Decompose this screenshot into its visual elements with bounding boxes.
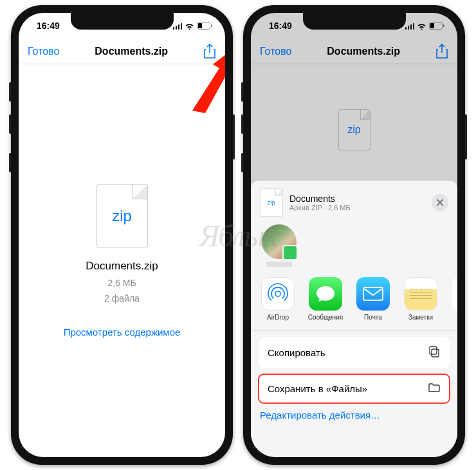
file-size: 2,6 МБ bbox=[107, 278, 136, 288]
close-button[interactable] bbox=[432, 194, 448, 211]
svg-rect-1 bbox=[198, 23, 202, 28]
view-contents-link[interactable]: Просмотреть содержимое bbox=[64, 327, 181, 338]
contact-avatar bbox=[262, 224, 297, 259]
share-actions: Скопировать Сохранить в «Файлы» bbox=[251, 330, 457, 403]
messages-icon bbox=[309, 277, 342, 311]
notch bbox=[303, 13, 406, 30]
notes-icon bbox=[404, 277, 437, 311]
share-button[interactable] bbox=[203, 44, 216, 59]
app-mail[interactable]: Почта bbox=[355, 277, 391, 321]
app-partial-icon bbox=[452, 277, 457, 311]
app-airdrop[interactable]: AirDrop bbox=[260, 277, 296, 321]
action-label: Сохранить в «Файлы» bbox=[268, 383, 367, 394]
status-time: 16:49 bbox=[37, 21, 60, 31]
cellular-icon bbox=[173, 23, 183, 30]
folder-icon bbox=[428, 383, 441, 395]
done-button[interactable]: Готово bbox=[28, 46, 59, 57]
share-sheet: zip Documents Архив ZIP · 2,6 МБ bbox=[251, 181, 457, 457]
share-file-title: Documents bbox=[289, 194, 425, 204]
share-file-subtitle: Архив ZIP · 2,6 МБ bbox=[289, 204, 425, 212]
file-preview: zip Documents.zip 2,6 МБ 2 файла Просмот… bbox=[19, 64, 225, 457]
app-label: AirDrop bbox=[267, 314, 289, 321]
airdrop-icon bbox=[261, 277, 295, 311]
share-contacts-row bbox=[251, 224, 457, 269]
app-more[interactable]: Te bbox=[450, 277, 457, 321]
share-contact[interactable] bbox=[260, 224, 298, 267]
app-label: Почта bbox=[364, 314, 382, 321]
svg-point-7 bbox=[275, 291, 280, 296]
app-messages[interactable]: Сообщения bbox=[307, 277, 343, 321]
battery-icon bbox=[197, 22, 212, 30]
file-icon: zip bbox=[96, 184, 148, 248]
phone-right: 16:49 Готово Documents.zip bbox=[243, 5, 465, 465]
phone-left: 16:49 Готово Documents.zip bbox=[11, 5, 233, 465]
copy-icon bbox=[428, 345, 441, 360]
svg-rect-2 bbox=[211, 24, 212, 27]
file-ext-label: zip bbox=[112, 207, 132, 225]
action-save-to-files[interactable]: Сохранить в «Файлы» bbox=[259, 374, 450, 403]
screen: 16:49 Готово Documents.zip bbox=[251, 13, 457, 457]
file-name: Documents.zip bbox=[86, 260, 158, 273]
svg-rect-9 bbox=[432, 349, 439, 357]
action-copy[interactable]: Скопировать bbox=[259, 337, 450, 368]
app-label: Заметки bbox=[408, 314, 433, 321]
share-sheet-header: zip Documents Архив ZIP · 2,6 МБ bbox=[251, 181, 457, 224]
share-file-thumb: zip bbox=[260, 188, 283, 217]
svg-rect-8 bbox=[363, 287, 383, 300]
notch bbox=[71, 13, 174, 30]
nav-title: Documents.zip bbox=[95, 46, 168, 57]
nav-bar: Готово Documents.zip bbox=[19, 39, 225, 64]
status-indicators bbox=[173, 22, 213, 30]
app-label: Сообщения bbox=[308, 314, 343, 321]
app-notes[interactable]: Заметки bbox=[403, 277, 439, 321]
file-count: 2 файла bbox=[104, 293, 140, 303]
mail-icon bbox=[356, 277, 390, 311]
svg-rect-10 bbox=[430, 347, 437, 354]
edit-actions-link[interactable]: Редактировать действия… bbox=[251, 403, 457, 420]
share-apps-row: AirDrop Сообщения Почта bbox=[251, 269, 457, 330]
action-label: Скопировать bbox=[268, 347, 325, 358]
screen: 16:49 Готово Documents.zip bbox=[19, 13, 225, 457]
contact-name-redacted bbox=[266, 262, 292, 267]
wifi-icon bbox=[185, 23, 194, 30]
